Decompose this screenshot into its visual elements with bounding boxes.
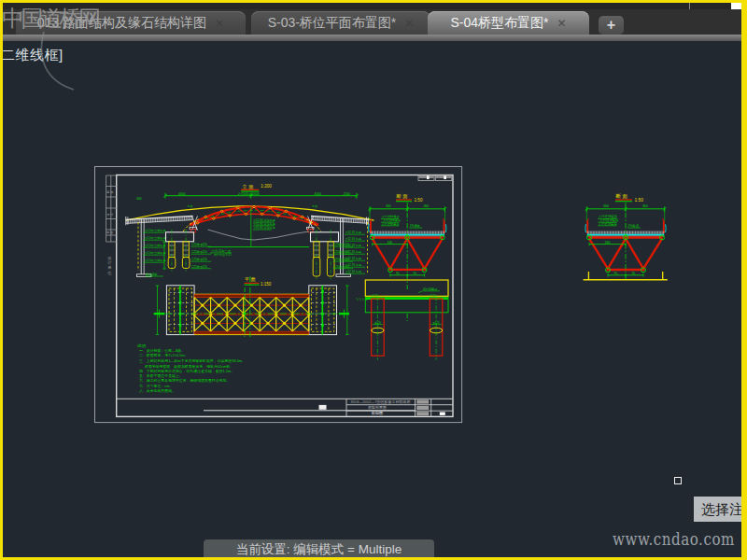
cad-rect (241, 189, 259, 190)
tab-bridge-type-layout[interactable]: S-04桥型布置图* ✕ (428, 11, 589, 35)
cad-line (418, 291, 423, 293)
cad-rect (166, 232, 194, 242)
cad-polyline (208, 230, 310, 240)
cad-rect (319, 405, 327, 410)
cad-text: 2500 (344, 192, 351, 196)
cad-text: 180 (605, 241, 611, 245)
cad-line (626, 239, 643, 269)
cad-text: ▽7.20 (371, 294, 378, 298)
cad-rect (245, 283, 260, 284)
cad-rect (615, 199, 632, 200)
cad-rect (336, 274, 351, 277)
cad-rect (444, 175, 446, 179)
tabbar-bottom-strip (3, 35, 741, 41)
cad-rect (245, 285, 260, 286)
cad-rect (436, 175, 452, 178)
cad-text: 1:200 (261, 184, 272, 189)
cad-text: 360 (423, 204, 429, 208)
cad-text: 支点 (312, 204, 317, 208)
cad-text: ▽2.5m 台前标高 (145, 259, 166, 262)
cad-text: C25砼 φ120 (191, 258, 207, 261)
cad-text: 断 面 (397, 193, 408, 199)
cad-text: ××河 20年一遇 (212, 249, 231, 253)
new-tab-button[interactable]: + (599, 16, 624, 35)
cad-text: 1:50 (415, 198, 423, 203)
cad-rect (416, 399, 429, 403)
cad-line (643, 239, 662, 269)
tab-bridge-site-plan[interactable]: S-03-桥位平面布置图* ✕ (251, 11, 430, 35)
tab-close-icon[interactable]: ✕ (404, 18, 414, 29)
cad-text: 三、上部结构采用1—40m下承式钢管砼桁架拱，计算跨径38.0m。 (139, 358, 246, 363)
annotation-scale-tooltip: 选择注释比例 (694, 497, 747, 522)
cad-line (663, 218, 664, 220)
cad-drawing-canvas[interactable]: 审 核设 计制 图设计单位XDG—2012—7街区配套工程联络桥桥型布置图桥型图… (0, 0, 747, 560)
cad-rect (615, 201, 632, 202)
tab-close-icon[interactable]: ✕ (215, 18, 224, 29)
cad-text: 2×2000=40000 (238, 192, 260, 196)
cad-text: C25砼 φ120 (333, 250, 349, 254)
cad-rect (311, 232, 339, 242)
cad-text: 人行道铺装层 (382, 222, 401, 226)
watermark-site-name: 中国道桥网 (2, 4, 98, 34)
cad-text: 2%横坡 (628, 224, 640, 228)
cad-text: 桥型布置图 (368, 405, 387, 410)
cad-text: 审 核 (106, 190, 113, 194)
cad-text: 95 (632, 272, 636, 275)
cad-text: 设计水位 8.25 (214, 253, 232, 257)
cad-vertical-text: 设计单位 (107, 256, 112, 275)
cad-path (369, 224, 370, 232)
cad-hatch (127, 217, 192, 224)
cad-rect (194, 331, 309, 334)
cad-text: 1:150 (261, 282, 272, 287)
cad-path (445, 224, 446, 232)
cad-line (407, 239, 424, 269)
cad-line (608, 239, 626, 269)
cad-text: C25砼 φ120 (333, 258, 349, 261)
cad-text: ▽12.35 标高 (345, 270, 361, 273)
cad-text: 断 面 (616, 193, 628, 199)
tab-curve-left (243, 26, 251, 35)
cad-text: C25砼 φ120 (333, 243, 349, 246)
cad-text: ▽7.20 (429, 294, 436, 298)
cad-rect (194, 295, 309, 298)
cad-text: ▽2.5m 台前标高 (145, 244, 166, 247)
tab-close-icon[interactable]: ✕ (557, 18, 566, 29)
tab-label: S-04桥型布置图* (450, 15, 548, 32)
cad-text: 八、其余见相关图纸。 (139, 388, 176, 393)
cad-text: 桥面系采用横梁、纵梁加桥面板体系，铺装为10cm砼。 (144, 364, 233, 369)
cad-rect (440, 413, 445, 415)
watermark-site-url: www.cndao.com (613, 529, 735, 549)
cad-text: 支点 (188, 204, 193, 208)
cad-rect (416, 406, 429, 410)
window-fragment (731, 3, 741, 9)
cad-line (587, 218, 588, 220)
cad-line (443, 218, 444, 220)
cad-text: φ120 (374, 321, 381, 325)
cad-text: φ120 (433, 321, 440, 325)
cad-path (666, 224, 667, 232)
cad-rect (418, 175, 433, 178)
cad-text: XDG—2012—7街区配套工程联络桥 (351, 399, 412, 405)
cad-text: 95 (413, 272, 416, 275)
cad-text: ▽2.5m 台前标高 (145, 251, 166, 255)
file-tabbar: 013 路面结构及缘石结构详图 ✕ S-03-桥位平面布置图* ✕ S-04桥型… (3, 3, 741, 41)
cad-text: 桥台搭板 (145, 273, 159, 276)
cad-text: ▽12.35 标高 (345, 237, 361, 241)
cad-text: 180 (388, 241, 393, 245)
cad-line (425, 239, 443, 269)
cad-rect (427, 175, 430, 179)
cad-text: C25砼 φ120 (191, 243, 207, 246)
cad-text: 95 (614, 272, 618, 275)
cad-path (585, 224, 586, 232)
window-fragment-tick (689, 3, 690, 9)
cad-text: 360 (603, 204, 609, 208)
tab-label: S-03-桥位平面布置图* (268, 15, 397, 32)
cad-text: 立 面 (243, 184, 254, 189)
command-line-prompt[interactable]: 当前设置: 编辑模式 = Multiple (204, 539, 434, 557)
cad-text: 4000 (178, 192, 186, 196)
cad-text: 二、桥面宽度：净7+2×0.5m。 (139, 353, 189, 357)
cad-text: 人行道铺装层 (599, 222, 618, 226)
tab-curve-left (419, 26, 428, 35)
cad-rect (244, 313, 247, 315)
tab-curve-right (589, 26, 598, 35)
